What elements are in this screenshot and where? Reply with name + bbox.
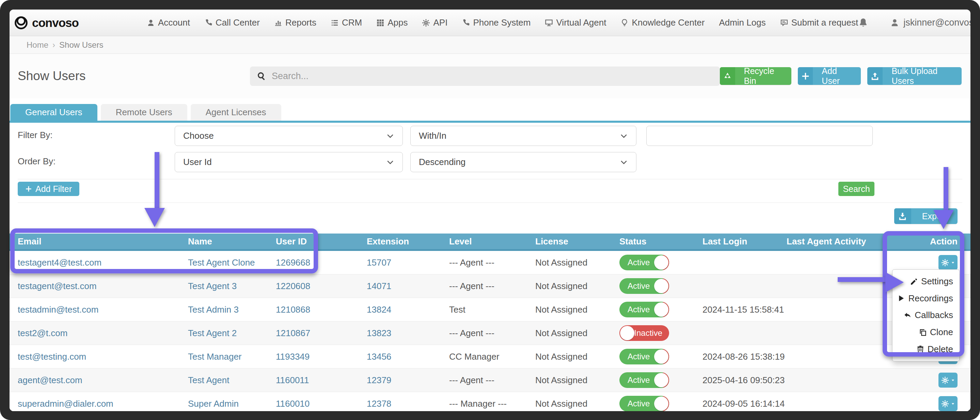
top-navbar: convoso AccountCall CenterReportsCRMApps… (10, 10, 970, 36)
nav-item-api[interactable]: API (422, 18, 447, 28)
cell-level: --- Agent --- (449, 328, 535, 339)
cell-name[interactable]: Test Agent 3 (188, 281, 276, 291)
nav-item-crm[interactable]: CRM (331, 18, 362, 28)
toggle-knob (654, 396, 668, 411)
order-direction-value: Descending (419, 157, 466, 168)
cell-email[interactable]: test@testing.com (18, 351, 188, 362)
filter-operator-select[interactable]: With/In (410, 126, 636, 146)
cell-name[interactable]: Test Agent 2 (188, 328, 276, 339)
add-filter-button[interactable]: Add Filter (18, 182, 80, 196)
cell-user-id[interactable]: 1160010 (276, 399, 367, 409)
user-menu[interactable]: jskinner@convoso.com (890, 18, 970, 28)
cell-extension[interactable]: 15707 (367, 257, 449, 268)
row-actions-button[interactable] (939, 396, 958, 411)
menu-item-label: Delete (928, 344, 953, 355)
status-toggle-label: Active (628, 399, 650, 409)
cell-extension[interactable]: 13824 (367, 304, 449, 315)
reply-icon (904, 311, 912, 319)
caret-icon (951, 402, 955, 406)
cell-email[interactable]: agent@test.com (18, 375, 188, 386)
nav-item-label: Reports (285, 18, 317, 28)
tab-bar: General UsersRemote UsersAgent Licenses (10, 104, 970, 123)
cell-user-id[interactable]: 1160011 (276, 375, 367, 386)
menu-item-settings[interactable]: Settings (892, 274, 959, 289)
row-actions-button[interactable] (939, 373, 958, 388)
cell-name[interactable]: Test Agent Clone (188, 257, 276, 268)
cell-license: Not Assigned (535, 281, 619, 291)
cell-user-id[interactable]: 1210868 (276, 304, 367, 315)
table-header-row: EmailNameUser IDExtensionLevelLicenseSta… (10, 233, 970, 251)
toggle-knob (654, 373, 668, 387)
status-toggle[interactable]: Active (619, 372, 669, 388)
status-toggle[interactable]: Active (619, 255, 669, 270)
order-direction-select[interactable]: Descending (410, 152, 636, 172)
status-toggle[interactable]: Inactive (619, 325, 669, 341)
recycle-bin-button[interactable]: Recycle Bin (720, 67, 791, 85)
status-toggle[interactable]: Active (619, 278, 669, 294)
status-toggle[interactable]: Active (619, 302, 669, 318)
tab-general-users[interactable]: General Users (10, 104, 97, 121)
cell-name[interactable]: Test Agent (188, 375, 276, 386)
cell-status: Active (619, 302, 703, 318)
nav-item-label: Virtual Agent (556, 18, 606, 28)
table-row: agent@test.comTest Agent116001112379--- … (10, 368, 970, 392)
cell-email[interactable]: superadmin@dialer.com (18, 399, 188, 409)
nav-item-admin-logs[interactable]: Admin Logs (719, 18, 765, 28)
cell-user-id[interactable]: 1193349 (276, 351, 367, 362)
column-header-name: Name (188, 236, 276, 247)
cell-name[interactable]: Test Admin 3 (188, 304, 276, 315)
add-user-button[interactable]: Add User (798, 67, 861, 85)
filter-field-select[interactable]: Choose (175, 126, 403, 146)
tab-agent-licenses[interactable]: Agent Licenses (191, 104, 281, 121)
tab-remote-users[interactable]: Remote Users (101, 104, 187, 121)
status-toggle[interactable]: Active (619, 349, 669, 364)
logo-text: convoso (32, 16, 79, 30)
nav-item-virtual-agent[interactable]: Virtual Agent (545, 18, 606, 28)
nav-item-submit-a-request[interactable]: Submit a request (780, 18, 858, 28)
cell-extension[interactable]: 12378 (367, 399, 449, 409)
cell-email[interactable]: testagent4@test.com (18, 257, 188, 268)
convoso-logo[interactable]: convoso (14, 15, 79, 30)
nav-item-phone-system[interactable]: Phone System (462, 18, 531, 28)
order-field-select[interactable]: User Id (175, 152, 403, 172)
cell-license: Not Assigned (535, 399, 619, 409)
filter-value-input[interactable] (646, 126, 873, 146)
cell-name[interactable]: Super Admin (188, 399, 276, 409)
table-body: testagent4@test.comTest Agent Clone12696… (10, 251, 970, 411)
nav-item-account[interactable]: Account (147, 18, 190, 28)
export-button[interactable]: Export (894, 208, 958, 224)
nav-item-call-center[interactable]: Call Center (204, 18, 260, 28)
menu-item-recordings[interactable]: Recordings (892, 291, 959, 306)
nav-item-reports[interactable]: Reports (274, 18, 317, 28)
cell-email[interactable]: testadmin@test.com (18, 304, 188, 315)
toggle-knob (654, 350, 668, 364)
cell-name[interactable]: Test Manager (188, 351, 276, 362)
cell-user-id[interactable]: 1210867 (276, 328, 367, 339)
search-input[interactable] (271, 70, 713, 82)
cell-level: --- Agent --- (449, 375, 535, 386)
menu-item-delete[interactable]: Delete (892, 342, 959, 356)
cell-user-id[interactable]: 1269668 (276, 257, 367, 268)
order-by-row: Order By: User Id Descending (18, 152, 962, 172)
menu-item-label: Clone (930, 327, 953, 337)
cell-extension[interactable]: 12379 (367, 375, 449, 386)
breadcrumb-home-link[interactable]: Home (27, 40, 48, 50)
row-actions-button[interactable] (939, 255, 958, 270)
nav-item-label: Submit a request (791, 18, 858, 28)
table-row: superadmin@dialer.comSuper Admin11600101… (10, 392, 970, 411)
cell-email[interactable]: test2@t.com (18, 328, 188, 339)
bulk-upload-users-button[interactable]: Bulk Upload Users (867, 67, 962, 85)
nav-item-knowledge-center[interactable]: Knowledge Center (620, 18, 705, 28)
cell-email[interactable]: testagent@test.com (18, 281, 188, 291)
cell-extension[interactable]: 14071 (367, 281, 449, 291)
status-toggle[interactable]: Active (619, 396, 669, 411)
menu-item-callbacks[interactable]: Callbacks (892, 308, 959, 323)
notifications-bell-icon[interactable] (858, 18, 868, 28)
search-button[interactable]: Search (838, 182, 875, 196)
cell-extension[interactable]: 13456 (367, 351, 449, 362)
cell-extension[interactable]: 13823 (367, 328, 449, 339)
menu-item-clone[interactable]: Clone (892, 325, 959, 340)
nav-item-apps[interactable]: Apps (376, 18, 407, 28)
button-label: Bulk Upload Users (883, 67, 962, 85)
cell-user-id[interactable]: 1220608 (276, 281, 367, 291)
